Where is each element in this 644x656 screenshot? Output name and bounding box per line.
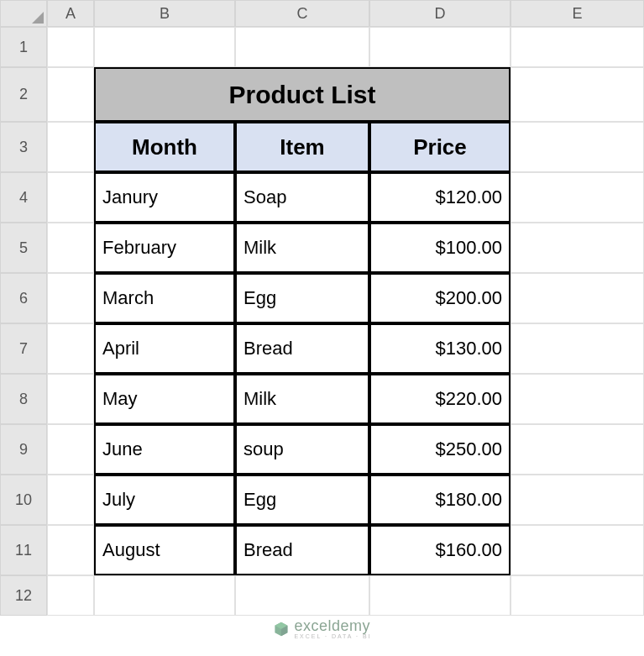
cell-a4[interactable]: [47, 172, 94, 223]
row-header-5[interactable]: 5: [0, 223, 47, 273]
cell-e1[interactable]: [510, 27, 644, 67]
cell-a3[interactable]: [47, 122, 94, 172]
watermark-logo: exceldemy EXCEL · DATA · BI: [272, 618, 371, 639]
watermark-main-text: exceldemy: [294, 618, 371, 633]
cell-e8[interactable]: [510, 374, 644, 424]
cell-price-6[interactable]: $180.00: [369, 475, 510, 525]
cube-icon: [272, 621, 289, 638]
cell-e7[interactable]: [510, 323, 644, 374]
table-title[interactable]: Product List: [94, 67, 510, 122]
col-header-e[interactable]: E: [510, 0, 644, 27]
row-header-7[interactable]: 7: [0, 323, 47, 374]
cell-c12[interactable]: [235, 575, 369, 616]
cell-e2[interactable]: [510, 67, 644, 122]
watermark-sub-text: EXCEL · DATA · BI: [294, 633, 371, 639]
spreadsheet-grid: A B C D E 1 2 3 4 5 6 7 8 9 10 11 12 Pro…: [0, 0, 644, 616]
cell-a6[interactable]: [47, 273, 94, 323]
cell-c1[interactable]: [235, 27, 369, 67]
cell-month-2[interactable]: March: [94, 273, 235, 323]
col-header-d[interactable]: D: [369, 0, 510, 27]
cell-a7[interactable]: [47, 323, 94, 374]
row-header-6[interactable]: 6: [0, 273, 47, 323]
cell-e11[interactable]: [510, 525, 644, 575]
header-price[interactable]: Price: [369, 122, 510, 172]
row-header-1[interactable]: 1: [0, 27, 47, 67]
cell-price-1[interactable]: $100.00: [369, 223, 510, 273]
cell-item-3[interactable]: Bread: [235, 323, 369, 374]
cell-month-6[interactable]: July: [94, 475, 235, 525]
cell-a8[interactable]: [47, 374, 94, 424]
row-header-9[interactable]: 9: [0, 424, 47, 475]
cell-d1[interactable]: [369, 27, 510, 67]
cell-price-2[interactable]: $200.00: [369, 273, 510, 323]
cell-month-3[interactable]: April: [94, 323, 235, 374]
row-header-2[interactable]: 2: [0, 67, 47, 122]
row-header-12[interactable]: 12: [0, 575, 47, 616]
row-header-3[interactable]: 3: [0, 122, 47, 172]
cell-item-7[interactable]: Bread: [235, 525, 369, 575]
cell-item-0[interactable]: Soap: [235, 172, 369, 223]
cell-a9[interactable]: [47, 424, 94, 475]
header-month[interactable]: Month: [94, 122, 235, 172]
cell-e6[interactable]: [510, 273, 644, 323]
cell-price-4[interactable]: $220.00: [369, 374, 510, 424]
cell-a2[interactable]: [47, 67, 94, 122]
cell-b1[interactable]: [94, 27, 235, 67]
cell-price-5[interactable]: $250.00: [369, 424, 510, 475]
cell-e4[interactable]: [510, 172, 644, 223]
cell-e9[interactable]: [510, 424, 644, 475]
col-header-b[interactable]: B: [94, 0, 235, 27]
header-item[interactable]: Item: [235, 122, 369, 172]
col-header-c[interactable]: C: [235, 0, 369, 27]
cell-a11[interactable]: [47, 525, 94, 575]
cell-b12[interactable]: [94, 575, 235, 616]
cell-a5[interactable]: [47, 223, 94, 273]
row-header-8[interactable]: 8: [0, 374, 47, 424]
cell-e5[interactable]: [510, 223, 644, 273]
cell-month-0[interactable]: Janury: [94, 172, 235, 223]
row-header-4[interactable]: 4: [0, 172, 47, 223]
cell-a1[interactable]: [47, 27, 94, 67]
cell-month-5[interactable]: June: [94, 424, 235, 475]
cell-month-7[interactable]: August: [94, 525, 235, 575]
cell-item-6[interactable]: Egg: [235, 475, 369, 525]
row-header-10[interactable]: 10: [0, 475, 47, 525]
cell-price-3[interactable]: $130.00: [369, 323, 510, 374]
cell-item-5[interactable]: soup: [235, 424, 369, 475]
cell-item-2[interactable]: Egg: [235, 273, 369, 323]
cell-month-4[interactable]: May: [94, 374, 235, 424]
col-header-a[interactable]: A: [47, 0, 94, 27]
cell-month-1[interactable]: February: [94, 223, 235, 273]
cell-e10[interactable]: [510, 475, 644, 525]
cell-a10[interactable]: [47, 475, 94, 525]
cell-item-4[interactable]: Milk: [235, 374, 369, 424]
cell-d12[interactable]: [369, 575, 510, 616]
cell-e12[interactable]: [510, 575, 644, 616]
cell-a12[interactable]: [47, 575, 94, 616]
row-header-11[interactable]: 11: [0, 525, 47, 575]
cell-item-1[interactable]: Milk: [235, 223, 369, 273]
select-all-corner[interactable]: [0, 0, 47, 27]
cell-e3[interactable]: [510, 122, 644, 172]
cell-price-0[interactable]: $120.00: [369, 172, 510, 223]
cell-price-7[interactable]: $160.00: [369, 525, 510, 575]
